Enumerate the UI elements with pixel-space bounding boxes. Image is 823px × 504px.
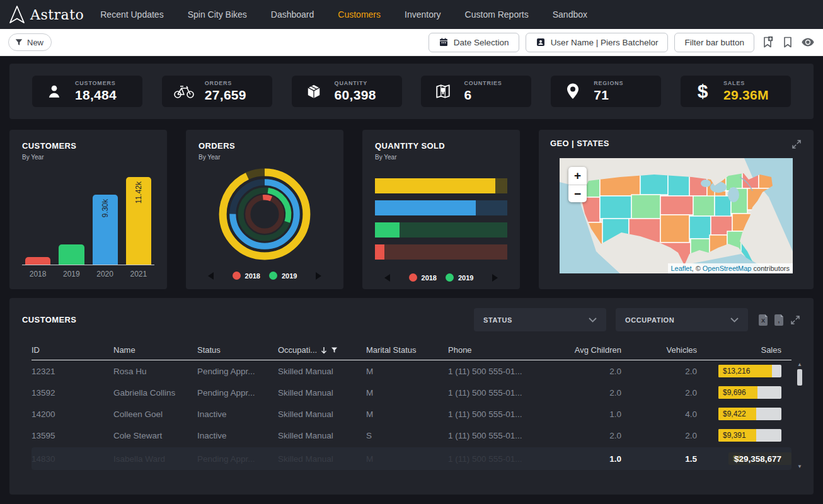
kpi-value: 6: [464, 88, 502, 103]
x-tick: 2020: [93, 270, 118, 278]
box-icon: [303, 83, 325, 100]
expand-icon[interactable]: [790, 314, 801, 326]
kpi-strip: CUSTOMERS 18,484 ORDERS 27,659 QUANTITY …: [9, 64, 814, 119]
col-header-marital-status[interactable]: Marital Status: [366, 345, 448, 355]
user-name-button[interactable]: User Name | Piers Batchelor: [526, 33, 669, 52]
legend-prev-icon[interactable]: [384, 274, 390, 282]
status-filter-dropdown[interactable]: STATUS: [474, 308, 606, 331]
kpi-label: QUANTITY: [335, 80, 376, 86]
legend-item-2018[interactable]: 2018: [409, 273, 437, 282]
total-vehicles: 1.5: [621, 454, 697, 464]
sort-descending-icon[interactable]: [321, 346, 327, 354]
col-header-status[interactable]: Status: [197, 345, 278, 355]
sales-bar: $9,422: [718, 408, 781, 420]
nav-item-customers[interactable]: Customers: [338, 9, 381, 20]
scrollbar-track[interactable]: [797, 368, 803, 464]
chart-subtitle: By Year: [22, 154, 154, 161]
leaflet-map[interactable]: + − Leaflet, © OpenStreetMap contributor…: [560, 158, 793, 273]
osm-link[interactable]: OpenStreetMap: [703, 265, 752, 272]
nav-item-spin-city-bikes[interactable]: Spin City Bikes: [188, 9, 247, 20]
legend-item-2018[interactable]: 2018: [233, 272, 260, 280]
nav-item-inventory[interactable]: Inventory: [405, 9, 441, 20]
col-header-sales[interactable]: Sales: [697, 345, 781, 355]
export-excel-icon[interactable]: X: [758, 314, 768, 326]
leaflet-link[interactable]: Leaflet: [671, 265, 692, 272]
hbar-2021[interactable]: [375, 178, 507, 193]
bar-value-label: 11.42k: [134, 181, 143, 203]
col-header-id[interactable]: ID: [32, 345, 113, 355]
col-header-name[interactable]: Name: [113, 345, 197, 355]
zoom-in-button[interactable]: +: [568, 167, 587, 185]
sales-bar: $9,696: [718, 386, 781, 399]
brand[interactable]: Astrato: [9, 5, 84, 24]
kpi-value: 71: [594, 88, 623, 103]
ghost-cell: 14830: [32, 454, 113, 464]
nav-item-dashboard[interactable]: Dashboard: [271, 9, 314, 20]
date-selection-button[interactable]: Date Selection: [429, 33, 519, 52]
col-header-vehicles[interactable]: Vehicles: [621, 345, 697, 355]
bar-value-label: 9.30k: [101, 199, 110, 217]
table-row[interactable]: 13595 Cole Stewart Inactive Skilled Manu…: [32, 425, 791, 446]
chart-subtitle: By Year: [375, 154, 507, 161]
bookmark-add-icon[interactable]: [761, 35, 774, 49]
column-filter-icon[interactable]: [331, 346, 338, 353]
filter-bar-button[interactable]: Filter bar button: [674, 33, 754, 52]
hbar-2018[interactable]: [375, 244, 507, 260]
geo-title: GEO | STATES: [550, 139, 609, 148]
scroll-down-icon[interactable]: ▼: [797, 464, 802, 470]
bar-chart-plot: 9.30k 11.42k: [22, 177, 154, 265]
legend-paginator: 2018 2019: [375, 273, 507, 282]
folded-map-icon: [432, 83, 454, 100]
new-filter-button[interactable]: New: [8, 33, 52, 51]
col-header-phone[interactable]: Phone: [448, 345, 555, 355]
col-header-avg-children[interactable]: Avg Children: [555, 345, 621, 355]
legend-next-icon[interactable]: [316, 272, 321, 280]
hbar-2020[interactable]: [375, 200, 507, 215]
nav-item-sandbox[interactable]: Sandbox: [553, 9, 587, 20]
kpi-value: 18,484: [75, 88, 117, 103]
sales-bar: $9,391: [718, 429, 781, 442]
expand-icon[interactable]: [791, 139, 802, 150]
quantity-hbar-chart-panel: QUANTITY SOLD By Year: [362, 130, 520, 289]
nav-item-custom-reports[interactable]: Custom Reports: [465, 9, 529, 20]
location-pin-icon: [562, 83, 584, 100]
table-row[interactable]: 12321 Rosa Hu Pending Appr... Skilled Ma…: [32, 360, 791, 382]
zoom-out-button[interactable]: −: [568, 185, 587, 202]
legend-dot: [446, 273, 454, 282]
user-badge-icon: [536, 37, 546, 47]
kpi-label: ORDERS: [205, 80, 246, 86]
table-header-row: ID Name Status Occupati... Marital Statu…: [32, 340, 791, 360]
kpi-orders: ORDERS 27,659: [162, 76, 272, 107]
bar-2020[interactable]: 9.30k: [93, 195, 118, 265]
kpi-quantity: QUANTITY 60,398: [292, 76, 402, 107]
person-icon: [43, 83, 65, 100]
legend-prev-icon[interactable]: [208, 272, 214, 280]
hbar-2019[interactable]: [375, 222, 507, 238]
legend-dot: [233, 272, 241, 280]
customers-bar-chart-panel: CUSTOMERS By Year 9.30k 11.42k 2018 2019…: [9, 130, 167, 289]
bar-2018[interactable]: [25, 257, 50, 265]
brand-name: Astrato: [30, 7, 84, 23]
bar-2021[interactable]: 11.42k: [126, 177, 151, 265]
donut-chart: [199, 162, 331, 266]
geo-states-panel: GEO | STATES: [539, 130, 814, 289]
scroll-up-icon[interactable]: ▲: [797, 362, 802, 368]
col-header-occupation[interactable]: Occupati...: [278, 345, 366, 355]
legend-item-2019[interactable]: 2019: [269, 272, 297, 280]
table-row[interactable]: 13592 Gabriella Collins Pending Appr... …: [32, 382, 791, 403]
export-csv-icon[interactable]: ,: [774, 314, 784, 326]
kpi-value: 60,398: [335, 88, 376, 103]
legend-next-icon[interactable]: [492, 274, 498, 282]
donut-track-2018: [248, 197, 281, 231]
top-nav: Astrato Recent Updates Spin City Bikes D…: [0, 0, 823, 29]
bar-2019[interactable]: [59, 244, 84, 265]
scrollbar-thumb[interactable]: [797, 369, 802, 386]
eye-icon[interactable]: [801, 35, 815, 49]
occupation-filter-dropdown[interactable]: OCCUPATION: [616, 308, 748, 331]
legend-item-2019[interactable]: 2019: [446, 273, 473, 282]
table-row[interactable]: 14200 Colleen Goel Inactive Skilled Manu…: [32, 403, 791, 425]
kpi-sales: $ SALES 29.36M: [681, 76, 791, 107]
ghost-cell: 1 (11) 500 555-01...: [448, 454, 555, 464]
bookmark-icon[interactable]: [781, 35, 795, 49]
nav-item-recent-updates[interactable]: Recent Updates: [100, 9, 163, 20]
